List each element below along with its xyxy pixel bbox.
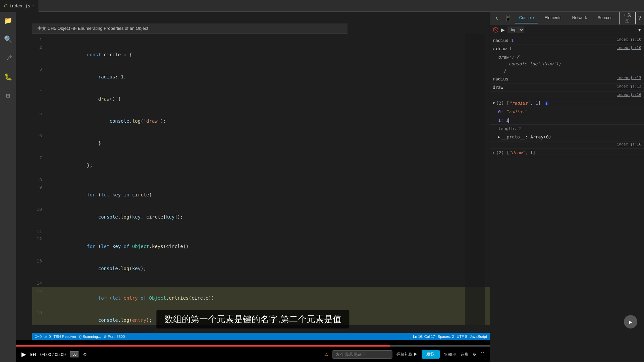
console-filter-dropdown[interactable]: top — [507, 26, 524, 33]
dt-tab-console[interactable]: Console — [515, 13, 538, 23]
danmaku-input[interactable] — [332, 350, 392, 359]
expand-draw-btn[interactable]: ▶ — [493, 47, 495, 51]
line-num-7: 7 — [32, 154, 47, 162]
line-content-13: console.log(key); — [47, 257, 146, 280]
line-num-6: 6 — [32, 132, 47, 139]
status-position: Ln 16, Col 17 — [413, 335, 435, 339]
expand-array-radius-btn[interactable]: ▼ — [493, 101, 495, 105]
console-entry-array-1: 1: 1 — [490, 116, 644, 125]
devtools-panel: ↖ 📱 Console Elements Network Sources + 关… — [490, 12, 644, 362]
line-num-9: 9 — [32, 184, 47, 191]
line-content-16: console.log(entry); — [47, 309, 152, 325]
fullscreen-icon[interactable]: ⛶ — [480, 352, 484, 357]
send-button[interactable]: 发送 — [422, 350, 440, 359]
console-link-3[interactable]: index.js:13 — [614, 76, 641, 80]
line-num-1: 1 — [32, 36, 47, 44]
console-link-1[interactable]: index.js:10 — [614, 37, 641, 42]
console-link-5[interactable]: index.js:16 — [614, 93, 641, 97]
console-clear-btn[interactable]: 🚫 — [493, 27, 498, 33]
sidebar-search-icon[interactable]: 🔍 — [2, 33, 14, 45]
console-dropdown-arrow[interactable]: ▾ — [638, 26, 641, 33]
total-time: 05:09 — [55, 352, 66, 357]
line-num-12: 12 — [32, 235, 47, 243]
console-play-icon: ▶ — [629, 319, 632, 325]
code-line-7: 7 }; — [32, 154, 490, 176]
video-title: 中文 CH5 Object -8- Enumerating Properties… — [38, 25, 148, 32]
console-entry-empty-link2: index.js:16 — [490, 141, 644, 149]
sidebar-git-icon[interactable]: ⎇ — [2, 52, 14, 64]
console-link-6[interactable]: index.js:16 — [614, 142, 641, 146]
tab-filename: index.js — [9, 3, 31, 8]
dt-cursor-icon[interactable]: ↖ — [493, 13, 501, 23]
line-num-11: 11 — [32, 228, 47, 235]
status-scanning: () Scanning... — [79, 335, 101, 339]
code-line-8: 8 — [32, 176, 490, 184]
console-entry-array-length: length: 2 — [490, 125, 644, 133]
expand-array-draw-btn[interactable]: ▶ — [493, 151, 495, 155]
expand-proto-btn[interactable]: ▶ — [498, 135, 500, 139]
status-spaces: Spaces: 2 — [438, 335, 454, 339]
help-button[interactable]: ? — [638, 15, 641, 21]
sidebar-explorer-icon[interactable]: 📁 — [2, 14, 14, 26]
speed-badge[interactable]: 30 — [70, 351, 79, 358]
dt-tab-more[interactable]: Sources — [594, 13, 616, 23]
current-time: 04:00 — [40, 352, 51, 357]
console-entry-radius-key: radius index.js:13 — [490, 75, 644, 83]
sidebar-debug-icon[interactable]: 🐛 — [2, 71, 14, 83]
code-line-14: 14 — [32, 280, 490, 287]
code-line-2: 2 const circle = { — [32, 44, 490, 66]
console-toolbar: 🚫 ▶ top ▾ — [490, 24, 644, 35]
editor-area: 中文 CH5 Object -8- Enumerating Properties… — [16, 12, 490, 362]
line-content-2: const circle = { — [47, 44, 132, 66]
status-tsh: TSH Resolver — [53, 335, 76, 339]
follow-button[interactable]: + 关注 — [619, 12, 636, 25]
line-num-13: 13 — [32, 257, 47, 265]
danmaku-toggle-icon[interactable]: ⊙ — [83, 351, 87, 358]
console-play-btn[interactable]: ▶ — [624, 315, 637, 328]
code-line-5: 5 console.log('draw'); — [32, 110, 490, 132]
code-line-12: 12 for (let key of Object.keys(circle)) — [32, 235, 490, 257]
line-content-10: console.log(key, circle[key]); — [47, 206, 183, 228]
select-text[interactable]: 选集 — [461, 352, 469, 357]
resolution-btn[interactable]: 1080P — [444, 352, 457, 357]
video-controls: ▶ ⏭ 04:00 / 05:09 30 ⊙ ⚠ 弹幕礼仪 — [16, 340, 490, 362]
minimap — [465, 34, 485, 325]
line-content-4: draw() { — [47, 88, 121, 110]
title-bar: 中文 CH5 Object -8- Enumerating Properties… — [32, 23, 347, 34]
danmaku-gift-btn[interactable]: 弹幕礼仪 ▶ — [396, 352, 418, 357]
settings-icon[interactable]: ⚙ — [473, 352, 476, 357]
file-tab[interactable]: ⬡ index.js × — [0, 0, 39, 12]
tab-close-btn[interactable]: × — [33, 4, 35, 8]
code-editor[interactable]: 1 2 const circle = { 3 r — [32, 34, 490, 325]
code-line-3: 3 radius: 1, — [32, 66, 490, 88]
play-button[interactable]: ▶ — [21, 351, 26, 358]
sidebar: 📁 🔍 ⎇ 🐛 ⊞ — [0, 12, 16, 362]
line-num-15: 15 — [32, 287, 47, 294]
skip-button[interactable]: ⏭ — [30, 351, 36, 358]
warning-icon: ⚠ — [324, 352, 328, 357]
time-display: 04:00 / 05:09 — [40, 352, 66, 357]
console-entry-draw: ▶ draw f index.js:10 — [490, 45, 644, 53]
console-entry-array-radius: ▼ (2) ["radius", 1] ℹ — [490, 99, 644, 108]
dt-device-icon[interactable]: 📱 — [504, 13, 512, 23]
console-link-2[interactable]: index.js:10 — [614, 46, 641, 50]
console-entry-array-0: 0: "radius" — [490, 108, 644, 116]
devtools-toolbar: ↖ 📱 Console Elements Network Sources + 关… — [490, 12, 644, 24]
console-run-btn[interactable]: ▶ — [501, 27, 505, 33]
code-line-10: 10 console.log(key, circle[key]); — [32, 206, 490, 228]
main-container: ⬡ index.js × 📁 🔍 ⎇ 🐛 ⊞ 中文 CH5 Object -8-… — [0, 0, 644, 362]
console-entry-empty-link: index.js:16 — [490, 92, 644, 99]
status-warnings: ⚠ 0 — [44, 335, 51, 339]
line-content-5: console.log('draw'); — [47, 110, 166, 132]
console-entry-radius-value: radius 1 index.js:10 — [490, 37, 644, 45]
console-link-4[interactable]: index.js:13 — [614, 84, 641, 88]
js-file-icon: ⬡ — [4, 3, 7, 8]
line-num-4: 4 — [32, 88, 47, 95]
sidebar-extensions-icon[interactable]: ⊞ — [2, 89, 14, 102]
status-port: ⊕ Port: 5500 — [104, 335, 125, 339]
line-content-6: } — [47, 132, 101, 154]
code-line-13: 13 console.log(key); — [32, 257, 490, 280]
dt-tab-network[interactable]: Network — [568, 13, 591, 23]
code-line-11: 11 — [32, 228, 490, 235]
dt-tab-sources[interactable]: Elements — [541, 13, 566, 23]
